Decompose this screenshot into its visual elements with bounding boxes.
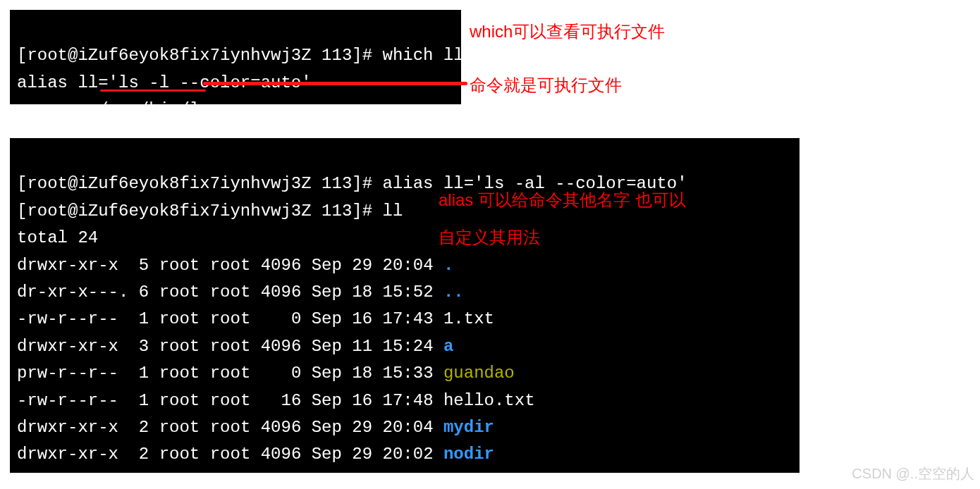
filename: guandao — [443, 364, 515, 383]
ls-listing: drwxr-xr-x 5 root root 4096 Sep 29 20:04… — [17, 252, 792, 469]
annotation-alias: alias 可以给命令其他名字 也可以 自定义其用法 — [439, 182, 805, 256]
perm: drwxr-xr-x — [17, 256, 128, 275]
perm: drwxr-xr-x — [17, 418, 128, 437]
filename: hello.txt — [443, 391, 535, 410]
links: 1 — [128, 309, 149, 328]
perm: drwxr-xr-x — [17, 337, 128, 356]
filename: 1.txt — [443, 309, 494, 328]
list-row: drwxr-xr-x 3 root root 4096 Sep 11 15:24… — [17, 333, 792, 360]
owner: root — [149, 283, 200, 302]
list-row: drwxr-xr-x 2 root root 4096 Sep 29 20:02… — [17, 441, 792, 468]
output-path: /usr/bin/ls — [17, 100, 210, 119]
date: Sep 11 15:24 — [301, 337, 443, 356]
annotation-which: which可以查看可执行文件 — [470, 20, 665, 44]
filename: nodir — [443, 445, 494, 464]
links: 2 — [128, 445, 149, 464]
prompt: [root@iZuf6eyok8fix7iynhvwj3Z 113]# — [17, 174, 382, 193]
owner: root — [149, 309, 200, 328]
links: 1 — [128, 391, 149, 410]
terminal-which-block: [root@iZuf6eyok8fix7iynhvwj3Z 113]# whic… — [10, 10, 461, 104]
prompt: [root@iZuf6eyok8fix7iynhvwj3Z 113]# — [17, 46, 382, 65]
group: root — [200, 337, 250, 356]
filename: . — [443, 256, 453, 275]
prompt: [root@iZuf6eyok8fix7iynhvwj3Z 113]# — [17, 202, 382, 221]
annotation-alias-line2: 自定义其用法 — [439, 228, 540, 247]
group: root — [200, 309, 250, 328]
owner: root — [149, 256, 200, 275]
list-row: -rw-r--r-- 1 root root 16 Sep 16 17:48 h… — [17, 388, 792, 414]
group: root — [200, 364, 250, 383]
date: Sep 18 15:52 — [301, 283, 443, 302]
command-which: which ll — [382, 46, 463, 65]
list-row: -rw-r--r-- 1 root root 0 Sep 16 17:43 1.… — [17, 306, 792, 333]
links: 1 — [128, 364, 149, 383]
list-row: prw-r--r-- 1 root root 0 Sep 18 15:33 gu… — [17, 360, 792, 387]
annotation-alias-line1: alias 可以给命令其他名字 也可以 — [439, 190, 686, 209]
watermark: CSDN @..空空的人 — [852, 464, 974, 483]
group: root — [200, 391, 250, 410]
list-row: dr-xr-x---. 6 root root 4096 Sep 18 15:5… — [17, 279, 792, 306]
date: Sep 29 20:04 — [301, 418, 443, 437]
perm: -rw-r--r-- — [17, 309, 128, 328]
filename: .. — [443, 283, 464, 302]
command-ll: ll — [382, 202, 403, 221]
group: root — [200, 283, 250, 302]
perm: drwxr-xr-x — [17, 445, 128, 464]
size: 4096 — [250, 256, 301, 275]
links: 2 — [128, 418, 149, 437]
links: 3 — [128, 337, 149, 356]
perm: prw-r--r-- — [17, 364, 128, 383]
links: 6 — [128, 283, 149, 302]
size: 0 — [250, 309, 301, 328]
owner: root — [149, 391, 200, 410]
size: 0 — [250, 364, 301, 383]
perm: dr-xr-x---. — [17, 283, 128, 302]
filename: mydir — [443, 418, 494, 437]
size: 4096 — [250, 337, 301, 356]
group: root — [200, 256, 250, 275]
date: Sep 18 15:33 — [301, 364, 443, 383]
size: 16 — [250, 391, 301, 410]
group: root — [200, 445, 250, 464]
size: 4096 — [250, 445, 301, 464]
perm: -rw-r--r-- — [17, 391, 128, 410]
date: Sep 16 17:43 — [301, 309, 443, 328]
annotation-cmd: 命令就是可执行文件 — [470, 73, 622, 97]
annotation-line — [203, 82, 467, 85]
output-total: total 24 — [17, 228, 98, 247]
date: Sep 29 20:02 — [301, 445, 443, 464]
filename: a — [443, 337, 453, 356]
size: 4096 — [250, 418, 301, 437]
owner: root — [149, 364, 200, 383]
date: Sep 29 20:04 — [301, 256, 443, 275]
group: root — [200, 418, 250, 437]
owner: root — [149, 337, 200, 356]
list-row: drwxr-xr-x 2 root root 4096 Sep 29 20:04… — [17, 414, 792, 441]
owner: root — [149, 418, 200, 437]
size: 4096 — [250, 283, 301, 302]
date: Sep 16 17:48 — [301, 391, 443, 410]
links: 5 — [128, 256, 149, 275]
owner: root — [149, 445, 200, 464]
annotation-line — [100, 89, 206, 92]
